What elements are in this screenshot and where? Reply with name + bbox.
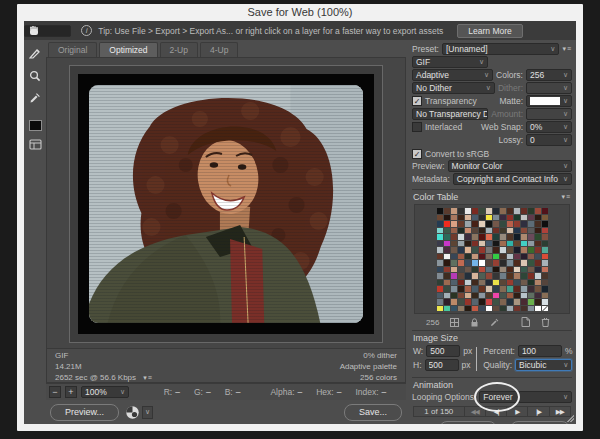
color-swatch[interactable] [500,267,506,273]
color-swatch[interactable] [472,247,478,253]
color-swatch[interactable] [479,215,485,221]
color-swatch[interactable] [542,208,548,214]
color-swatch[interactable] [521,273,527,279]
color-swatch[interactable] [479,260,485,266]
color-swatch[interactable] [521,299,527,305]
add-eyedropper-color-icon[interactable] [490,318,499,327]
color-swatch[interactable] [486,299,492,305]
color-swatch[interactable] [465,260,471,266]
color-swatch[interactable] [535,247,541,253]
color-swatch[interactable] [451,221,457,227]
color-swatch[interactable] [493,306,499,312]
color-swatch[interactable] [521,247,527,253]
color-swatch[interactable] [479,286,485,292]
preset-panel-menu-icon[interactable]: ▾≡ [562,45,572,53]
color-swatch[interactable] [514,260,520,266]
color-swatch[interactable] [493,247,499,253]
color-swatch[interactable] [458,221,464,227]
color-swatch[interactable] [528,280,534,286]
color-swatch[interactable] [507,306,513,312]
color-swatch[interactable] [451,247,457,253]
color-swatch[interactable] [444,280,450,286]
color-swatch[interactable] [521,208,527,214]
color-swatch[interactable] [500,215,506,221]
browser-select-chevron[interactable]: ∨ [142,406,153,419]
color-swatch[interactable] [500,280,506,286]
color-swatch[interactable] [486,208,492,214]
color-swatch[interactable] [458,260,464,266]
color-swatch[interactable] [486,280,492,286]
color-swatch[interactable] [500,299,506,305]
color-swatch[interactable] [514,221,520,227]
color-swatch[interactable] [444,215,450,221]
matte-select[interactable]: ∨ [526,95,572,107]
color-swatch[interactable] [472,280,478,286]
color-swatch[interactable] [472,286,478,292]
color-swatch[interactable] [444,221,450,227]
color-swatch[interactable] [479,299,485,305]
color-swatch[interactable] [458,286,464,292]
playback-button[interactable]: ▶ [506,407,527,416]
done-button[interactable]: Done [510,421,570,424]
color-swatch[interactable] [535,215,541,221]
color-swatch[interactable] [528,254,534,260]
view-tab[interactable]: Original [48,42,97,57]
color-swatch[interactable] [437,241,443,247]
color-swatch[interactable] [465,299,471,305]
color-swatch[interactable] [528,221,534,227]
color-swatch[interactable] [465,247,471,253]
color-swatch[interactable] [507,280,513,286]
color-swatch[interactable] [493,208,499,214]
playback-button[interactable]: ◀| [485,407,506,416]
lossy-select[interactable]: 0 ∨ [526,134,572,146]
color-swatch[interactable] [528,306,534,312]
color-swatch[interactable] [458,299,464,305]
color-swatch[interactable] [437,247,443,253]
color-swatch[interactable] [535,241,541,247]
color-swatch[interactable] [542,221,548,227]
color-swatch[interactable] [493,215,499,221]
color-swatch[interactable] [528,208,534,214]
color-swatch[interactable] [444,241,450,247]
color-swatch[interactable] [486,234,492,240]
color-swatch[interactable] [500,234,506,240]
color-swatch[interactable] [472,267,478,273]
transparency-checkbox[interactable]: ✓ [412,96,422,106]
color-swatch[interactable] [479,234,485,240]
color-swatch[interactable] [535,273,541,279]
view-tab[interactable]: 4-Up [200,42,238,57]
color-swatch[interactable] [521,260,527,266]
color-swatch[interactable] [472,221,478,227]
color-swatch[interactable] [458,273,464,279]
color-swatch[interactable] [437,208,443,214]
color-swatch[interactable] [542,286,548,292]
color-swatch[interactable] [451,215,457,221]
color-swatch[interactable] [451,241,457,247]
color-swatch[interactable] [465,306,471,312]
color-swatch[interactable] [493,273,499,279]
color-swatch[interactable] [542,299,548,305]
color-swatch[interactable] [500,306,506,312]
save-button[interactable]: Save... [344,404,402,421]
color-swatch[interactable] [500,247,506,253]
color-swatch[interactable] [486,228,492,234]
color-swatch[interactable] [472,234,478,240]
color-swatch[interactable] [444,247,450,253]
color-swatch[interactable] [465,241,471,247]
color-swatch[interactable] [458,234,464,240]
preset-select[interactable]: [Unnamed] ∨ [442,43,559,55]
color-swatch[interactable] [458,293,464,299]
color-swatch[interactable] [507,293,513,299]
color-swatch[interactable] [493,221,499,227]
color-swatch[interactable] [514,280,520,286]
color-swatch[interactable] [535,234,541,240]
color-swatch[interactable] [465,228,471,234]
color-swatch[interactable] [514,273,520,279]
color-swatch[interactable] [472,215,478,221]
snap-to-web-palette-icon[interactable] [450,318,459,327]
color-swatch[interactable] [535,221,541,227]
dither-method-select[interactable]: No Dither ∨ [412,82,495,94]
color-swatch[interactable] [479,208,485,214]
hand-tool-button[interactable] [24,25,71,37]
color-swatch[interactable] [535,293,541,299]
